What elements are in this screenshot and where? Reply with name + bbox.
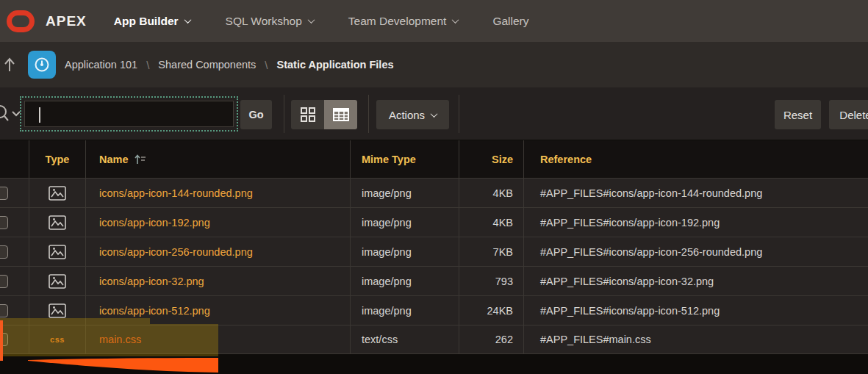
search-input[interactable] (24, 101, 234, 127)
row-checkbox[interactable] (0, 187, 8, 200)
row-checkbox[interactable] (0, 275, 8, 288)
report-view-icon (333, 108, 349, 121)
table-row: icons/app-icon-32.png image/png 793 #APP… (0, 266, 868, 295)
apex-brand: APEX (46, 13, 87, 29)
image-file-icon (49, 186, 66, 201)
column-header-size[interactable]: Size (459, 140, 524, 178)
mime-type-value: image/png (351, 296, 459, 325)
nav-sql-workshop[interactable]: SQL Workshop (226, 15, 314, 28)
file-reference-value: #APP_FILES#icons/app-icon-256-rounded.pn… (524, 237, 868, 266)
breadcrumb: Application 101 \ Shared Components \ St… (65, 42, 394, 87)
report-view-button[interactable] (324, 100, 357, 129)
scroll-up-arrow-icon[interactable] (3, 57, 16, 73)
file-reference-value: #APP_FILES#icons/app-icon-192.png (524, 208, 868, 237)
chevron-down-icon (452, 16, 459, 24)
reset-button[interactable]: Reset (775, 100, 821, 129)
orange-marker-swoosh (0, 356, 220, 374)
breadcrumb-app-icon[interactable] (28, 51, 56, 79)
file-name-link[interactable]: icons/app-icon-192.png (99, 217, 210, 229)
chevron-down-icon (431, 110, 438, 118)
row-checkbox[interactable] (0, 333, 8, 346)
nav-gallery[interactable]: Gallery (492, 15, 528, 28)
breadcrumb-application[interactable]: Application 101 (65, 59, 137, 71)
top-navigation-bar: APEX App Builder SQL Workshop Team Devel… (0, 0, 868, 42)
nav-app-builder[interactable]: App Builder (114, 15, 190, 28)
file-size-value: 793 (459, 267, 524, 295)
file-reference-value: #APP_FILES#icons/app-icon-32.png (524, 267, 868, 295)
table-row: icons/app-icon-512.png image/png 24KB #A… (0, 295, 868, 325)
grid-view-icon (301, 107, 315, 122)
sort-ascending-icon (134, 154, 146, 165)
image-file-icon (49, 245, 66, 259)
apex-static-files-page: APEX App Builder SQL Workshop Team Devel… (0, 0, 868, 374)
breadcrumb-separator: \ (265, 59, 268, 71)
row-checkbox[interactable] (0, 245, 8, 259)
image-file-icon (49, 303, 66, 318)
column-header-mime-type[interactable]: Mime Type (351, 140, 459, 178)
file-reference-value: #APP_FILES#icons/app-icon-512.png (524, 296, 868, 325)
file-size-value: 24KB (459, 296, 524, 325)
oracle-logo-icon (7, 10, 35, 32)
report-toolbar: Go Actions (0, 87, 868, 140)
breadcrumb-shared-components[interactable]: Shared Components (158, 59, 256, 71)
mime-type-value: text/css (351, 326, 459, 353)
delete-button[interactable]: Delete (829, 100, 868, 129)
chevron-down-icon (184, 16, 191, 24)
table-header-row: Type Name Mime Type Size Reference (0, 140, 868, 178)
file-reference-value: #APP_FILES#icons/app-icon-144-rounded.pn… (524, 179, 868, 207)
mime-type-value: image/png (351, 179, 459, 207)
toolbar-divider (284, 95, 284, 133)
mime-type-value: image/png (351, 237, 459, 266)
file-reference-value: #APP_FILES#main.css (524, 326, 868, 353)
file-name-link[interactable]: main.css (99, 334, 141, 345)
go-button[interactable]: Go (240, 100, 272, 129)
breadcrumb-current-page: Static Application Files (277, 59, 394, 71)
nav-team-development[interactable]: Team Development (348, 15, 459, 28)
image-file-icon (49, 274, 66, 289)
breadcrumb-bar: Application 101 \ Shared Components \ St… (0, 42, 868, 87)
row-checkbox[interactable] (0, 304, 8, 317)
search-field-focus-ring (20, 96, 238, 132)
table-row: icons/app-icon-256-rounded.png image/png… (0, 237, 868, 266)
column-header-type[interactable]: Type (29, 140, 86, 178)
file-size-value: 262 (459, 326, 524, 353)
text-caret (39, 107, 40, 123)
file-size-value: 7KB (459, 237, 524, 266)
chevron-down-icon (307, 16, 315, 24)
breadcrumb-separator: \ (146, 59, 149, 71)
row-checkbox[interactable] (0, 216, 8, 229)
select-all-column-header (0, 140, 29, 178)
view-toggle (291, 100, 357, 129)
file-size-value: 4KB (459, 179, 524, 207)
file-size-value: 4KB (459, 208, 524, 237)
css-file-icon: css (50, 335, 65, 344)
toolbar-divider (459, 95, 459, 133)
file-name-link[interactable]: icons/app-icon-144-rounded.png (99, 187, 253, 199)
file-name-link[interactable]: icons/app-icon-512.png (99, 305, 210, 317)
static-files-report: Type Name Mime Type Size Reference icons… (0, 140, 868, 354)
image-file-icon (49, 215, 66, 230)
table-row-main-css: css main.css text/css 262 #APP_FILES#mai… (0, 325, 868, 354)
table-row: icons/app-icon-192.png image/png 4KB #AP… (0, 207, 868, 237)
column-header-name[interactable]: Name (86, 140, 351, 178)
actions-button[interactable]: Actions (376, 100, 449, 129)
mime-type-value: image/png (351, 267, 459, 295)
table-row: icons/app-icon-144-rounded.png image/png… (0, 178, 868, 207)
grid-view-button[interactable] (291, 100, 324, 129)
mime-type-value: image/png (351, 208, 459, 237)
file-name-link[interactable]: icons/app-icon-256-rounded.png (99, 246, 253, 258)
file-name-link[interactable]: icons/app-icon-32.png (99, 276, 204, 287)
column-header-reference[interactable]: Reference (524, 140, 868, 178)
toolbar-divider (368, 95, 369, 133)
